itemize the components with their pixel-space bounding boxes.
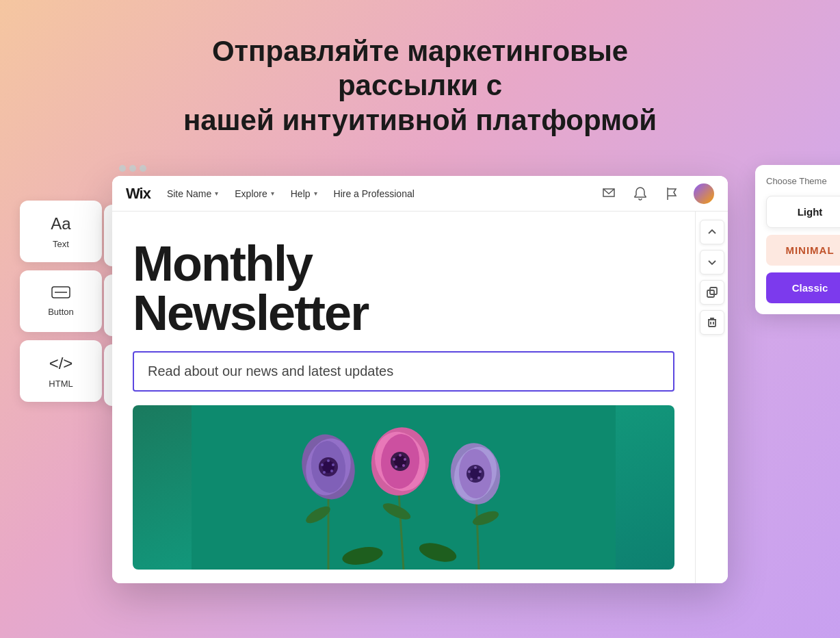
svg-point-36 bbox=[393, 458, 395, 461]
wix-logo: Wix bbox=[126, 185, 150, 203]
svg-point-25 bbox=[323, 471, 326, 474]
tool-html[interactable]: </> HTML bbox=[20, 340, 102, 402]
svg-point-24 bbox=[330, 470, 333, 472]
headline-line1: Отправляйте маркетинговые рассылки с bbox=[212, 35, 628, 101]
svg-point-32 bbox=[399, 454, 402, 457]
headline: Отправляйте маркетинговые рассылки с наш… bbox=[146, 34, 694, 138]
subtitle-text: Read about our news and latest updates bbox=[148, 363, 659, 379]
right-actions bbox=[695, 212, 728, 583]
explore-chevron: ▾ bbox=[271, 190, 274, 197]
theme-minimal-option[interactable]: MINIMAL bbox=[766, 235, 840, 266]
svg-point-26 bbox=[321, 463, 324, 466]
hire-label: Hire a Professional bbox=[334, 188, 415, 199]
title-line1: Monthly bbox=[133, 239, 674, 288]
delete-button[interactable] bbox=[700, 310, 724, 335]
nav-icons bbox=[599, 183, 714, 204]
text-tool-label: Text bbox=[53, 239, 69, 249]
move-up-button[interactable] bbox=[700, 220, 724, 244]
svg-point-44 bbox=[477, 476, 480, 479]
flag-icon-btn[interactable] bbox=[662, 184, 681, 203]
theme-panel: Choose Theme Light MINIMAL Classic bbox=[755, 165, 840, 314]
site-name-chevron: ▾ bbox=[215, 190, 218, 197]
subtitle-box[interactable]: Read about our news and latest updates bbox=[133, 351, 674, 392]
newsletter-title: Monthly Newsletter bbox=[133, 239, 674, 337]
help-chevron: ▾ bbox=[314, 190, 317, 197]
move-down-button[interactable] bbox=[700, 250, 724, 275]
svg-point-33 bbox=[404, 458, 406, 461]
svg-rect-54 bbox=[709, 320, 716, 327]
html-tool-label: HTML bbox=[49, 379, 73, 389]
svg-point-22 bbox=[327, 459, 330, 462]
title-line2: Newsletter bbox=[133, 288, 674, 337]
button-tool-label: Button bbox=[48, 307, 74, 317]
user-avatar[interactable] bbox=[694, 183, 714, 204]
svg-point-43 bbox=[479, 470, 482, 473]
dot-yellow bbox=[129, 165, 136, 172]
message-icon-btn[interactable] bbox=[599, 184, 618, 203]
svg-point-35 bbox=[395, 465, 397, 468]
theme-panel-title: Choose Theme bbox=[766, 176, 840, 186]
nav-help[interactable]: Help ▾ bbox=[291, 188, 317, 199]
site-name-label: Site Name bbox=[167, 188, 211, 199]
explore-label: Explore bbox=[235, 188, 267, 199]
dot-green bbox=[140, 165, 146, 172]
html-tool-icon: </> bbox=[49, 354, 73, 373]
editor-body: Monthly Newsletter Read about our news a… bbox=[112, 212, 728, 583]
tool-text[interactable]: Aa Text bbox=[20, 201, 102, 262]
nav-bar: Wix Site Name ▾ Explore ▾ Help ▾ Hire a … bbox=[112, 176, 728, 212]
window-dots bbox=[119, 165, 728, 172]
nav-site-name[interactable]: Site Name ▾ bbox=[167, 188, 218, 199]
button-tool-icon bbox=[51, 286, 70, 301]
svg-point-46 bbox=[468, 470, 471, 473]
editor-wrapper: Aa Text Button </> HTML bbox=[112, 165, 728, 583]
tool-button[interactable]: Button bbox=[20, 270, 102, 332]
bell-icon-btn[interactable] bbox=[631, 184, 650, 203]
editor-container: Wix Site Name ▾ Explore ▾ Help ▾ Hire a … bbox=[112, 176, 728, 583]
dot-red bbox=[119, 165, 126, 172]
svg-point-45 bbox=[470, 478, 473, 481]
theme-classic-option[interactable]: Classic bbox=[766, 272, 840, 303]
flower-image bbox=[133, 405, 674, 570]
text-tool-icon: Aa bbox=[51, 214, 70, 233]
nav-hire[interactable]: Hire a Professional bbox=[334, 188, 415, 199]
help-label: Help bbox=[291, 188, 311, 199]
headline-line2: нашей интуитивной платформой bbox=[183, 104, 657, 136]
canvas: Monthly Newsletter Read about our news a… bbox=[112, 212, 695, 583]
duplicate-button[interactable] bbox=[700, 280, 724, 305]
tool-panel: Aa Text Button </> HTML bbox=[20, 201, 102, 402]
nav-explore[interactable]: Explore ▾ bbox=[235, 188, 274, 199]
svg-point-34 bbox=[402, 464, 405, 467]
theme-light-option[interactable]: Light bbox=[766, 196, 840, 228]
svg-point-42 bbox=[474, 466, 477, 469]
svg-point-23 bbox=[332, 463, 334, 466]
